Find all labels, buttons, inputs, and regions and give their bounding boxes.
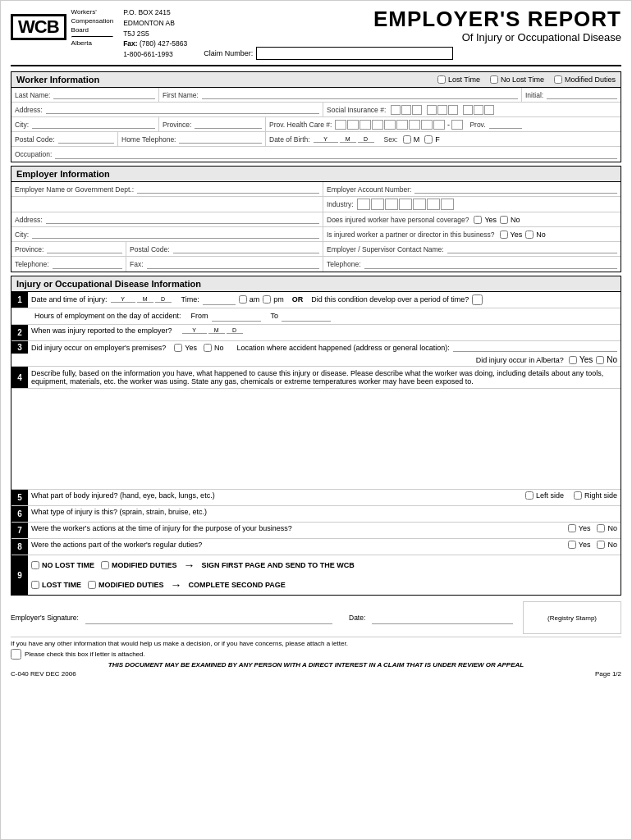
address-input[interactable]	[46, 105, 319, 114]
q9-modified2-item[interactable]: MODIFIED DUTIES	[88, 581, 164, 589]
q8-yes-checkbox[interactable]	[568, 541, 576, 549]
modified-duties-checkbox-item[interactable]: Modified Duties	[554, 75, 616, 84]
to-input[interactable]	[282, 310, 331, 322]
left-side-item[interactable]: Left side	[525, 491, 564, 500]
q8-no-checkbox[interactable]	[597, 541, 605, 549]
q9-no-lost-time-checkbox[interactable]	[31, 561, 39, 569]
employer-postal-input[interactable]	[173, 244, 319, 253]
last-name-input[interactable]	[53, 90, 155, 99]
sin-box-4[interactable]	[427, 105, 437, 115]
letter-attached-checkbox[interactable]	[11, 649, 21, 660]
left-side-checkbox[interactable]	[525, 491, 534, 500]
phi-box-10[interactable]	[451, 120, 463, 130]
employer-address-input[interactable]	[46, 215, 319, 224]
lost-time-checkbox-item[interactable]: Lost Time	[437, 75, 480, 84]
ind-box-5[interactable]	[413, 199, 426, 210]
sin-box-7[interactable]	[463, 105, 473, 115]
account-number-input[interactable]	[414, 185, 617, 194]
alberta-no-item[interactable]: No	[596, 355, 617, 364]
signature-input[interactable]	[85, 611, 332, 624]
right-side-checkbox[interactable]	[574, 491, 582, 500]
coverage-yes-checkbox[interactable]	[474, 216, 482, 224]
coverage-yes-item[interactable]: Yes	[474, 216, 497, 224]
no-lost-time-checkbox-item[interactable]: No Lost Time	[490, 75, 544, 84]
employer-name-input[interactable]	[137, 185, 319, 194]
alberta-no-checkbox[interactable]	[596, 356, 604, 364]
q9-lost-time-checkbox[interactable]	[31, 581, 39, 589]
sin-box-3[interactable]	[412, 105, 422, 115]
coverage-no-item[interactable]: No	[500, 216, 520, 224]
q7-no-checkbox[interactable]	[597, 524, 605, 532]
from-input[interactable]	[212, 310, 261, 322]
postal-input[interactable]	[58, 135, 114, 144]
sex-m-checkbox[interactable]	[403, 135, 411, 144]
sin-box-1[interactable]	[391, 105, 401, 115]
phi-box-2[interactable]	[347, 120, 359, 130]
supervisor-input[interactable]	[447, 244, 617, 253]
ind-box-4[interactable]	[399, 199, 412, 210]
claim-number-box[interactable]	[256, 47, 453, 60]
date-input[interactable]	[372, 611, 513, 624]
pm-checkbox[interactable]	[263, 295, 271, 304]
first-name-input[interactable]	[202, 90, 518, 99]
employer-province-input[interactable]	[47, 244, 122, 253]
premises-yes-item[interactable]: Yes	[174, 344, 197, 352]
right-side-item[interactable]: Right side	[574, 491, 617, 500]
q4-textarea[interactable]	[15, 392, 617, 474]
letter-checkbox-row[interactable]: Please check this box if letter is attac…	[11, 649, 621, 660]
location-input[interactable]	[453, 343, 617, 352]
employer-city-input[interactable]	[32, 230, 319, 239]
phi-box-4[interactable]	[372, 120, 383, 130]
period-checkbox[interactable]	[472, 294, 483, 305]
q9-no-lost-time-item[interactable]: NO LOST TIME	[31, 561, 94, 569]
city-input[interactable]	[32, 120, 155, 129]
q7-yes-checkbox[interactable]	[568, 524, 576, 532]
lost-time-checkbox[interactable]	[437, 75, 446, 84]
sin-box-5[interactable]	[437, 105, 447, 115]
phi-box-8[interactable]	[421, 120, 433, 130]
sex-f-checkbox-item[interactable]: F	[424, 135, 440, 144]
premises-no-checkbox[interactable]	[204, 344, 212, 352]
phi-box-3[interactable]	[360, 120, 371, 130]
employer-tel2-input[interactable]	[364, 260, 617, 269]
premises-no-item[interactable]: No	[204, 344, 224, 352]
q9-lost-time-item[interactable]: LOST TIME	[31, 581, 81, 589]
coverage-no-checkbox[interactable]	[500, 216, 508, 224]
sin-box-9[interactable]	[484, 105, 494, 115]
alberta-yes-checkbox[interactable]	[569, 356, 577, 364]
home-tel-input[interactable]	[179, 135, 262, 144]
phi-box-5[interactable]	[384, 120, 396, 130]
sin-box-6[interactable]	[448, 105, 458, 115]
alberta-yes-item[interactable]: Yes	[569, 355, 593, 364]
no-lost-time-checkbox[interactable]	[490, 75, 498, 84]
partner-no-item[interactable]: No	[525, 231, 546, 239]
initial-input[interactable]	[547, 90, 617, 99]
employer-fax-input[interactable]	[147, 260, 319, 269]
sex-f-checkbox[interactable]	[424, 135, 433, 144]
modified-duties-checkbox[interactable]	[554, 75, 562, 84]
partner-no-checkbox[interactable]	[525, 231, 534, 239]
q8-no-item[interactable]: No	[597, 541, 617, 549]
phi-box-9[interactable]	[433, 120, 445, 130]
phi-box-1[interactable]	[335, 120, 346, 130]
ind-box-1[interactable]	[357, 199, 370, 210]
time-input[interactable]	[203, 294, 236, 305]
partner-yes-checkbox[interactable]	[500, 231, 508, 239]
pm-checkbox-item[interactable]: pm	[263, 295, 284, 304]
prov-suffix-input[interactable]	[489, 120, 522, 129]
am-checkbox-item[interactable]: am	[239, 295, 260, 304]
sex-m-checkbox-item[interactable]: M	[403, 135, 420, 144]
q9-modified2-checkbox[interactable]	[88, 581, 96, 589]
q9-modified1-item[interactable]: MODIFIED DUTIES	[101, 561, 177, 569]
sin-box-2[interactable]	[401, 105, 411, 115]
ind-box-3[interactable]	[385, 199, 398, 210]
province-input[interactable]	[195, 120, 262, 129]
phi-box-6[interactable]	[396, 120, 408, 130]
employer-tel-input[interactable]	[53, 260, 122, 269]
q9-modified1-checkbox[interactable]	[101, 561, 109, 569]
q8-yes-item[interactable]: Yes	[568, 541, 591, 549]
q4-textarea-area[interactable]	[11, 388, 621, 479]
am-checkbox[interactable]	[239, 295, 247, 304]
ind-box-2[interactable]	[371, 199, 384, 210]
phi-box-7[interactable]	[409, 120, 420, 130]
